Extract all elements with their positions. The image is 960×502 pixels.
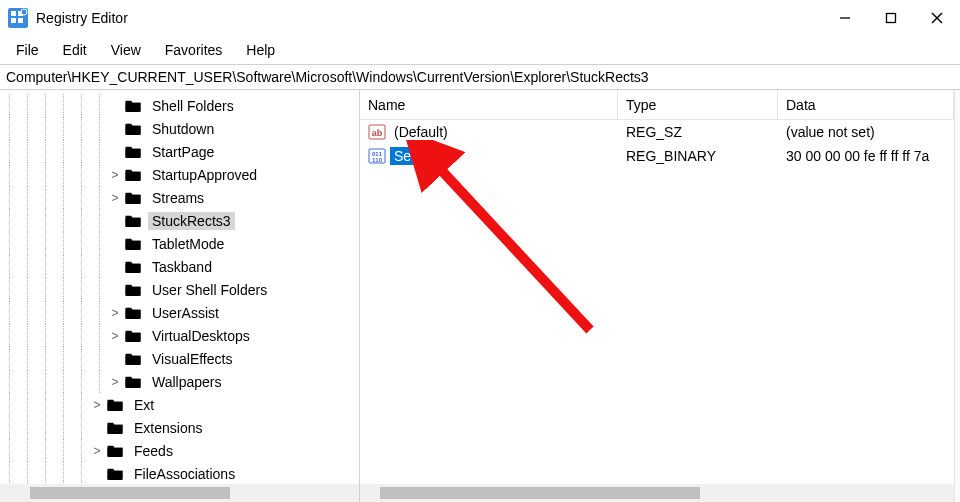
tree-row[interactable]: Shutdown xyxy=(0,117,359,140)
folder-icon xyxy=(124,282,142,297)
list-row[interactable]: SettingsREG_BINARY30 00 00 00 fe ff ff f… xyxy=(360,144,954,168)
menu-bar: File Edit View Favorites Help xyxy=(0,36,960,64)
tree-row[interactable]: VisualEffects xyxy=(0,347,359,370)
tree-item-label: VisualEffects xyxy=(148,350,236,368)
folder-icon xyxy=(124,98,142,113)
tree-row[interactable]: >Feeds xyxy=(0,439,359,462)
chevron-right-icon[interactable]: > xyxy=(108,329,122,343)
list-hscroll-thumb[interactable] xyxy=(380,487,700,499)
tree-row[interactable]: Extensions xyxy=(0,416,359,439)
tree-item-label: Taskband xyxy=(148,258,216,276)
tree-row[interactable]: Shell Folders xyxy=(0,94,359,117)
tree-row[interactable]: User Shell Folders xyxy=(0,278,359,301)
tree-row[interactable]: >StartupApproved xyxy=(0,163,359,186)
address-text: Computer\HKEY_CURRENT_USER\Software\Micr… xyxy=(6,69,649,85)
folder-icon xyxy=(124,167,142,182)
list-header: Name Type Data xyxy=(360,90,954,120)
tree-row[interactable]: FileAssociations xyxy=(0,462,359,484)
title-bar: Registry Editor xyxy=(0,0,960,36)
folder-icon xyxy=(106,397,124,412)
tree-pane: Shell FoldersShutdownStartPage>StartupAp… xyxy=(0,90,360,502)
svg-rect-12 xyxy=(887,14,896,23)
col-header-name[interactable]: Name xyxy=(360,90,618,119)
tree-item-label: FileAssociations xyxy=(130,465,239,483)
value-type: REG_SZ xyxy=(618,124,778,140)
tree-row[interactable]: >Ext xyxy=(0,393,359,416)
value-data: 30 00 00 00 fe ff ff ff 7a xyxy=(778,148,954,164)
tree-item-label: StartupApproved xyxy=(148,166,261,184)
tree-row[interactable]: Taskband xyxy=(0,255,359,278)
tree-row[interactable]: >Wallpapers xyxy=(0,370,359,393)
tree-row[interactable]: StartPage xyxy=(0,140,359,163)
annotation-arrow xyxy=(400,140,620,360)
address-bar[interactable]: Computer\HKEY_CURRENT_USER\Software\Micr… xyxy=(0,64,960,90)
menu-edit[interactable]: Edit xyxy=(51,39,99,61)
chevron-right-icon[interactable]: > xyxy=(90,444,104,458)
value-type: REG_BINARY xyxy=(618,148,778,164)
chevron-right-icon[interactable]: > xyxy=(108,375,122,389)
folder-icon xyxy=(106,420,124,435)
list-pane: Name Type Data (Default)REG_SZ(value not… xyxy=(360,90,960,502)
chevron-right-icon[interactable]: > xyxy=(108,168,122,182)
tree-item-label: Ext xyxy=(130,396,158,414)
folder-icon xyxy=(124,144,142,159)
tree-item-label: UserAssist xyxy=(148,304,223,322)
tree-item-label: User Shell Folders xyxy=(148,281,271,299)
folder-icon xyxy=(124,259,142,274)
tree-item-label: TabletMode xyxy=(148,235,228,253)
tree-row[interactable]: >VirtualDesktops xyxy=(0,324,359,347)
close-button[interactable] xyxy=(914,0,960,36)
tree-item-label: Feeds xyxy=(130,442,177,460)
tree-item-label: Shutdown xyxy=(148,120,218,138)
tree-item-label: StartPage xyxy=(148,143,218,161)
tree-item-label: Streams xyxy=(148,189,208,207)
folder-icon xyxy=(124,213,142,228)
minimize-button[interactable] xyxy=(822,0,868,36)
app-icon xyxy=(8,8,28,28)
menu-help[interactable]: Help xyxy=(234,39,287,61)
folder-icon xyxy=(106,466,124,481)
chevron-right-icon[interactable]: > xyxy=(108,191,122,205)
main-split: Shell FoldersShutdownStartPage>StartupAp… xyxy=(0,90,960,502)
list-row[interactable]: (Default)REG_SZ(value not set) xyxy=(360,120,954,144)
chevron-right-icon[interactable]: > xyxy=(108,306,122,320)
folder-icon xyxy=(124,190,142,205)
value-data: (value not set) xyxy=(778,124,954,140)
value-name: Settings xyxy=(390,147,449,165)
tree-item-label: Extensions xyxy=(130,419,206,437)
folder-icon xyxy=(124,351,142,366)
folder-icon xyxy=(124,305,142,320)
folder-icon xyxy=(106,443,124,458)
folder-icon xyxy=(124,236,142,251)
col-header-type[interactable]: Type xyxy=(618,90,778,119)
tree-scroll[interactable]: Shell FoldersShutdownStartPage>StartupAp… xyxy=(0,90,359,484)
tree-row[interactable]: >UserAssist xyxy=(0,301,359,324)
list-vscroll-gutter[interactable] xyxy=(954,90,960,502)
value-name: (Default) xyxy=(390,123,452,141)
tree-item-label: StuckRects3 xyxy=(148,212,235,230)
folder-icon xyxy=(124,121,142,136)
tree-hscroll-thumb[interactable] xyxy=(30,487,230,499)
chevron-right-icon[interactable]: > xyxy=(90,398,104,412)
menu-favorites[interactable]: Favorites xyxy=(153,39,235,61)
window: Registry Editor File Edit View Favorites… xyxy=(0,0,960,502)
reg-string-icon xyxy=(368,123,386,141)
svg-line-15 xyxy=(430,158,590,330)
col-header-data[interactable]: Data xyxy=(778,90,954,119)
folder-icon xyxy=(124,328,142,343)
tree-row[interactable]: TabletMode xyxy=(0,232,359,255)
tree-item-label: VirtualDesktops xyxy=(148,327,254,345)
tree-row[interactable]: >Streams xyxy=(0,186,359,209)
reg-binary-icon xyxy=(368,147,386,165)
list-hscroll[interactable] xyxy=(360,484,954,502)
list-body[interactable]: (Default)REG_SZ(value not set)SettingsRE… xyxy=(360,120,954,484)
maximize-button[interactable] xyxy=(868,0,914,36)
menu-file[interactable]: File xyxy=(4,39,51,61)
menu-view[interactable]: View xyxy=(99,39,153,61)
window-title: Registry Editor xyxy=(36,10,128,26)
tree-hscroll[interactable] xyxy=(0,484,359,502)
tree-item-label: Wallpapers xyxy=(148,373,226,391)
tree-row[interactable]: StuckRects3 xyxy=(0,209,359,232)
folder-icon xyxy=(124,374,142,389)
tree-item-label: Shell Folders xyxy=(148,97,238,115)
